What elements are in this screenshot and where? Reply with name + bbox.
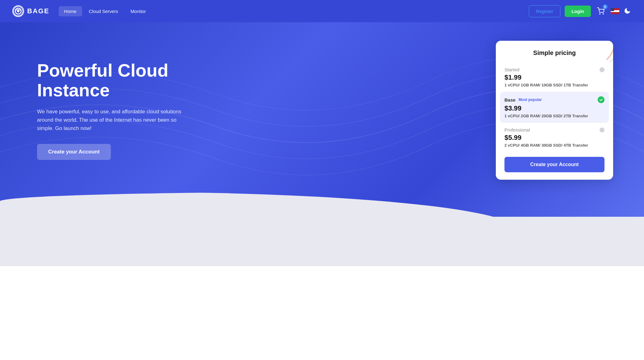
language-flag[interactable] (611, 8, 619, 14)
plan-base-badge: Most popular (519, 98, 542, 102)
pricing-card: Simple pricing Started $1.99 1 vCPU/ 1GB… (496, 41, 613, 180)
plan-base[interactable]: Base Most popular $3.99 1 vCPU/ 2GB RAM/… (500, 92, 609, 123)
theme-toggle[interactable] (624, 7, 632, 15)
hero-section: Powerful Cloud Instance We have powerful… (0, 22, 644, 217)
hero-description: We have powerful, easy to use, and affor… (37, 107, 185, 133)
hero-cta-button[interactable]: Create your Account (37, 144, 111, 160)
plan-professional[interactable]: Professional $5.99 2 vCPU/ 4GB RAM/ 30GB… (504, 123, 604, 152)
hero-title: Powerful Cloud Instance (37, 61, 210, 100)
plan-base-price: $3.99 (504, 104, 604, 112)
bottom-section (0, 217, 644, 266)
svg-point-2 (17, 10, 19, 12)
hero-content: Powerful Cloud Instance We have powerful… (37, 61, 210, 160)
nav-item-home[interactable]: Home (59, 6, 82, 16)
register-button[interactable]: Register (529, 5, 560, 17)
pricing-title: Simple pricing (504, 49, 604, 57)
svg-point-3 (600, 14, 600, 14)
cart-button[interactable]: 0 (595, 6, 606, 17)
plan-professional-radio[interactable] (600, 128, 604, 132)
cart-badge: 0 (603, 4, 608, 9)
svg-point-0 (14, 6, 23, 16)
logo-icon (12, 5, 24, 17)
plan-professional-name: Professional (504, 127, 530, 132)
nav-right: Register Login 0 (529, 5, 632, 17)
pricing-card-container: Simple pricing Started $1.99 1 vCPU/ 1GB… (496, 41, 613, 180)
plan-base-name: Base (504, 97, 516, 103)
svg-point-4 (603, 14, 604, 14)
nav-links: Home Cloud Servers Monitor (59, 6, 529, 16)
plan-professional-specs: 2 vCPU/ 4GB RAM/ 30GB SSD/ 4TB Transfer (504, 143, 604, 148)
logo[interactable]: BAGE (12, 5, 49, 17)
plan-started[interactable]: Started $1.99 1 vCPU/ 1GB RAM/ 10GB SSD/… (504, 63, 604, 92)
login-button[interactable]: Login (565, 6, 591, 17)
plan-base-check (598, 96, 604, 103)
pricing-cta-button[interactable]: Create your Account (504, 157, 604, 172)
nav-item-cloud-servers[interactable]: Cloud Servers (83, 6, 124, 16)
nav-item-monitor[interactable]: Monitor (125, 6, 152, 16)
pricing-card-decoration (592, 41, 613, 62)
svg-point-1 (15, 8, 21, 14)
plan-base-specs: 1 vCPU/ 2GB RAM/ 20GB SSD/ 2TB Transfer (504, 114, 604, 118)
brand-name: BAGE (27, 7, 49, 15)
navbar: BAGE Home Cloud Servers Monitor Register… (0, 0, 644, 22)
plan-started-name: Started (504, 67, 519, 72)
plan-started-specs: 1 vCPU/ 1GB RAM/ 10GB SSD/ 1TB Transfer (504, 83, 604, 87)
plan-professional-price: $5.99 (504, 134, 604, 142)
plan-started-radio[interactable] (600, 67, 604, 72)
plan-started-price: $1.99 (504, 73, 604, 82)
